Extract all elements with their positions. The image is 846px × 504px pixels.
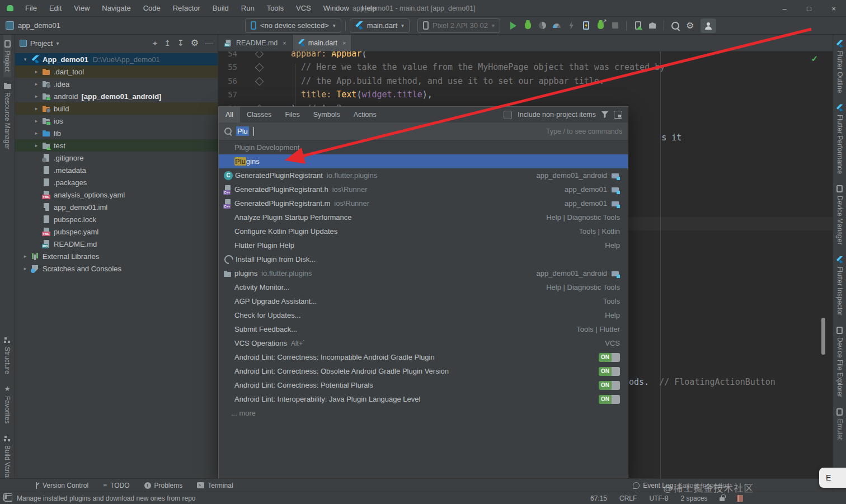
- tree-arrow-closed-icon[interactable]: ▸: [31, 93, 42, 99]
- tree-arrow-closed-icon[interactable]: ▸: [31, 143, 42, 148]
- debug-button[interactable]: [520, 19, 535, 32]
- tree-arrow-closed-icon[interactable]: ▸: [31, 118, 42, 124]
- tree-arrow-closed-icon[interactable]: ▸: [31, 106, 42, 111]
- search-tab-actions[interactable]: Actions: [347, 107, 383, 123]
- result-row-generatedpluginregistrant[interactable]: CGeneratedPluginRegistrantio.flutter.plu…: [219, 168, 628, 182]
- encoding[interactable]: UTF-8: [649, 494, 668, 502]
- maximize-button[interactable]: □: [797, 0, 821, 17]
- chevron-down-icon[interactable]: ▾: [56, 40, 59, 46]
- close-tab-icon[interactable]: ×: [342, 40, 346, 46]
- lint-toggle[interactable]: ON: [599, 381, 620, 390]
- hot-reload-button[interactable]: [579, 19, 593, 32]
- caret-position[interactable]: 67:15: [590, 494, 607, 502]
- result-row-plugins[interactable]: Plugins: [219, 154, 628, 168]
- locate-file-icon[interactable]: ⌖: [153, 39, 157, 48]
- include-non-project-checkbox[interactable]: [504, 111, 512, 119]
- stripe-tab-device-manager[interactable]: Device Manager: [836, 180, 844, 250]
- result-row-plugins[interactable]: pluginsio.flutter.pluginsapp_demo01_andr…: [219, 266, 628, 280]
- sdk-manager-button[interactable]: [645, 19, 660, 32]
- project-panel-title[interactable]: Project: [30, 39, 53, 48]
- tree-row-build[interactable]: ▸build: [15, 102, 218, 115]
- apply-changes-button[interactable]: [564, 19, 579, 32]
- result-row-activity-monitor-[interactable]: Activity Monitor...Help | Diagnostic Too…: [219, 280, 628, 294]
- stripe-tab-flutter-outline[interactable]: Flutter Outline: [836, 35, 844, 98]
- toolwindow-button-todo[interactable]: ≡TODO: [103, 482, 129, 489]
- toolwindow-button-version-control[interactable]: Version Control: [34, 482, 88, 489]
- result-row-check-for-updates-[interactable]: Check for Updates...Help: [219, 308, 628, 322]
- inspections-ok-icon[interactable]: ✓: [811, 54, 818, 64]
- toolwindow-button-problems[interactable]: !Problems: [144, 482, 183, 489]
- tree-row-app-demo01-iml[interactable]: app_demo01.iml: [15, 201, 218, 213]
- editor-tab-README-md[interactable]: MDREADME.md×: [218, 35, 293, 51]
- menu-item-navigate[interactable]: Navigate: [96, 0, 137, 17]
- editor-scrollbar[interactable]: [821, 318, 825, 355]
- stripe-tab-resource-manager[interactable]: Resource Manager: [3, 77, 11, 155]
- tree-row--packages[interactable]: .packages: [15, 176, 218, 189]
- tree-row-lib[interactable]: ▸lib: [15, 127, 218, 139]
- menu-item-refactor[interactable]: Refactor: [167, 0, 206, 17]
- result-row-agp-upgrade-assistant-[interactable]: AGP Upgrade Assistant...Tools: [219, 294, 628, 308]
- menu-item-view[interactable]: View: [68, 0, 96, 17]
- expand-all-icon[interactable]: ↥: [164, 39, 171, 48]
- profiler-button[interactable]: [549, 19, 564, 32]
- result-row-android-lint-interoperability-java-plugi[interactable]: Android Lint: Interoperability: Java Plu…: [219, 392, 628, 406]
- stop-button[interactable]: [608, 19, 622, 32]
- tree-arrow-closed-icon[interactable]: ▸: [31, 69, 42, 74]
- tree-row-app-demo01[interactable]: ▾App_demo01D:\Vue\App_demo01: [15, 53, 218, 65]
- search-field[interactable]: Plu Type / to see commands: [219, 123, 628, 140]
- collapse-all-icon[interactable]: ↧: [177, 39, 184, 48]
- device-selector[interactable]: <no device selected> ▾: [245, 18, 341, 33]
- menu-item-run[interactable]: Run: [235, 0, 261, 17]
- device-manager-button[interactable]: [631, 19, 645, 32]
- tree-row-pubspec-yaml[interactable]: YMLpubspec.yaml: [15, 225, 218, 238]
- reader-mode-icon[interactable]: [737, 495, 743, 502]
- result-row-analyze-plugin-startup-performance[interactable]: Analyze Plugin Startup PerformanceHelp |…: [219, 210, 628, 224]
- result-row-android-lint-correctness-obsolete-androi[interactable]: Android Lint: Correctness: Obsolete Andr…: [219, 364, 628, 378]
- stripe-tab-favorites[interactable]: ★Favorites: [3, 379, 11, 429]
- open-in-find-window-icon[interactable]: [614, 111, 622, 119]
- hide-panel-icon[interactable]: —: [205, 39, 213, 48]
- menu-item-edit[interactable]: Edit: [43, 0, 68, 17]
- tree-row--idea[interactable]: ▸.idea: [15, 78, 218, 90]
- result-row-android-lint-correctness-incompatible-an[interactable]: Android Lint: Correctness: Incompatible …: [219, 350, 628, 364]
- lint-toggle[interactable]: ON: [599, 395, 620, 404]
- settings-button[interactable]: ⚙: [683, 19, 697, 32]
- search-tab-all[interactable]: All: [219, 107, 240, 123]
- result-row-vcs-operations[interactable]: VCS OperationsAlt+`VCS: [219, 336, 628, 350]
- profile-avatar-button[interactable]: [701, 18, 716, 33]
- menu-item-window[interactable]: Window: [317, 0, 355, 17]
- attach-debugger-button[interactable]: [593, 19, 608, 32]
- tree-row-test[interactable]: ▸test: [15, 139, 218, 152]
- menu-item-vcs[interactable]: VCS: [290, 0, 317, 17]
- menu-item-tools[interactable]: Tools: [261, 0, 290, 17]
- search-tab-classes[interactable]: Classes: [240, 107, 278, 123]
- stripe-tab-structure[interactable]: Structure: [3, 331, 11, 380]
- tree-row--metadata[interactable]: .metadata: [15, 164, 218, 176]
- result-row-submit-feedback-[interactable]: Submit Feedback...Tools | Flutter: [219, 322, 628, 336]
- line-ending[interactable]: CRLF: [619, 494, 637, 502]
- result-row-generatedpluginregistrant-m[interactable]: GeneratedPluginRegistrant.mios\Runnerapp…: [219, 196, 628, 210]
- filter-icon[interactable]: [601, 111, 608, 118]
- menu-item-file[interactable]: File: [19, 0, 43, 17]
- tool-window-switcher-icon[interactable]: [3, 493, 12, 501]
- tree-row--dart-tool[interactable]: ▸.dart_tool: [15, 65, 218, 78]
- toolwindow-button-terminal[interactable]: >_Terminal: [197, 482, 233, 489]
- search-everywhere-button[interactable]: [668, 19, 683, 32]
- profile-button[interactable]: [535, 19, 549, 32]
- tree-arrow-open-icon[interactable]: ▾: [20, 56, 31, 62]
- result-row-generatedpluginregistrant-h[interactable]: GeneratedPluginRegistrant.hios\Runnerapp…: [219, 182, 628, 196]
- result-row-flutter-plugin-help[interactable]: Flutter Plugin HelpHelp: [219, 238, 628, 252]
- stripe-tab-device-file-explorer[interactable]: Device File Explorer: [836, 321, 844, 403]
- result-row-configure-kotlin-plugin-updates[interactable]: Configure Kotlin Plugin UpdatesTools | K…: [219, 224, 628, 238]
- tree-row-external-libraries[interactable]: ▸External Libraries: [15, 250, 218, 262]
- result-row-install-plugin-from-disk-[interactable]: Install Plugin from Disk...: [219, 252, 628, 266]
- stripe-tab-project[interactable]: Project: [3, 35, 11, 77]
- tree-row-scratches-and-consoles[interactable]: ▸Scratches and Consoles: [15, 262, 218, 275]
- close-button[interactable]: ×: [821, 0, 846, 17]
- editor-tab-main-dart[interactable]: main.dart×: [293, 35, 352, 51]
- tree-row-ios[interactable]: ▸ios: [15, 115, 218, 127]
- close-tab-icon[interactable]: ×: [283, 40, 286, 46]
- include-non-project-label[interactable]: Include non-project items: [518, 111, 596, 119]
- tree-arrow-closed-icon[interactable]: ▸: [31, 81, 42, 87]
- tree-row-analysis-options-yaml[interactable]: YMLanalysis_options.yaml: [15, 189, 218, 201]
